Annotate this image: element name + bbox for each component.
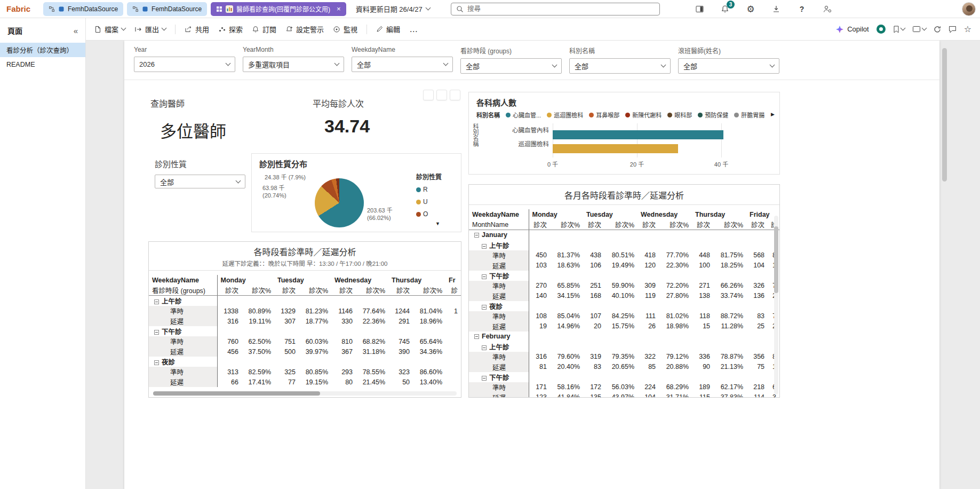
horizontal-scrollbar[interactable]	[153, 391, 457, 396]
workspace-tab-0[interactable]: FemhDataSource	[43, 2, 123, 16]
y-axis-label: 科別名稱	[471, 123, 480, 157]
collapse-icon[interactable]	[482, 274, 487, 279]
toolbar-export-button[interactable]: 匯出	[134, 24, 166, 34]
legend-item[interactable]: 耳鼻喉部	[589, 111, 619, 119]
page-scrollbar[interactable]	[942, 45, 947, 485]
vertical-scrollbar[interactable]	[774, 216, 778, 395]
download-icon[interactable]	[770, 3, 782, 15]
toolbar-label: 編輯	[386, 24, 400, 34]
collapse-sidebar-icon[interactable]: «	[74, 26, 78, 35]
monthly-matrix: WeekdayNameMondayTuesdayWednesdayThursda…	[469, 209, 779, 398]
bookmark-button[interactable]	[893, 26, 905, 33]
kpi-card-doctor[interactable]: 查詢醫師 多位醫師	[144, 94, 304, 153]
collapse-icon[interactable]	[154, 360, 159, 365]
legend-item[interactable]: 眼科部	[667, 111, 692, 119]
legend-item-U[interactable]: U	[416, 198, 442, 206]
nature-dropdown[interactable]: 全部	[155, 175, 245, 188]
filter-dropdown[interactable]: 全部	[569, 58, 671, 74]
pie-chart-visual[interactable]: 診別性質分布 24.38 千 (7.9%) 63.98 千 (20.74%) 2…	[251, 153, 461, 232]
pie-chart[interactable]	[315, 178, 364, 227]
group-row[interactable]: 上午診	[149, 296, 461, 306]
collapse-icon[interactable]	[482, 244, 487, 249]
legend-dot	[547, 113, 552, 117]
side-panel-icon[interactable]	[694, 3, 705, 15]
collapse-icon[interactable]	[482, 376, 487, 381]
toolbar-explore-button[interactable]: 探索	[218, 24, 243, 34]
legend-scroll-down-icon[interactable]: ▼	[435, 221, 440, 226]
visual-header-tile[interactable]	[450, 90, 460, 100]
filter-dropdown[interactable]: 全部	[460, 58, 562, 74]
data-row: 延遲6617.41%7719.15%8021.45%5013.40%	[149, 377, 461, 387]
comment-icon	[949, 26, 957, 33]
copilot-button[interactable]: Copilot	[835, 25, 869, 34]
comments-button[interactable]	[949, 26, 957, 33]
avatar[interactable]	[962, 2, 976, 16]
toolbar-alert-button[interactable]: 設定警示	[285, 24, 324, 34]
filter-dropdown[interactable]: 2026	[134, 57, 235, 72]
bar-chart-visual[interactable]: 各科病人數 科別名稱 心臟血管... 巡迴團檢科 耳鼻喉部 新陳代謝科 眼科部 …	[468, 92, 780, 175]
user-settings-icon[interactable]	[822, 3, 833, 15]
kpi-card-average[interactable]: 平均每診人次 34.74	[309, 94, 461, 153]
monthly-matrix-visual[interactable]: 各月各時段看診準時／延遲分析 WeekdayNameMondayTuesdayW…	[468, 184, 780, 398]
view-mode-button[interactable]	[912, 26, 926, 33]
collapse-icon[interactable]	[482, 345, 487, 350]
bar-0[interactable]	[553, 130, 723, 139]
group-row[interactable]: 下午診	[469, 372, 779, 382]
search-input[interactable]	[467, 5, 655, 13]
group-row[interactable]: 下午診	[469, 271, 779, 281]
fabric-logo[interactable]: Fabric	[6, 4, 30, 13]
toolbar-subscribe-button[interactable]: 訂閱	[252, 24, 276, 34]
filter-value: 2026	[139, 60, 155, 68]
help-icon[interactable]: ?	[796, 3, 808, 15]
search-box[interactable]	[451, 3, 660, 15]
group-row[interactable]: 上午診	[469, 240, 779, 250]
scrollbar-thumb[interactable]	[153, 391, 320, 396]
data-update-dropdown[interactable]: 資料更新日期 26/4/27	[356, 4, 430, 14]
legend-item[interactable]: 新陳代謝科	[625, 111, 662, 119]
filter-dropdown[interactable]: 全部	[678, 58, 779, 74]
filter-dropdown[interactable]: 多重選取項目	[243, 57, 344, 72]
refresh-button[interactable]	[934, 26, 941, 33]
collapse-icon[interactable]	[154, 330, 159, 335]
bar-1[interactable]	[553, 144, 678, 153]
legend-item[interactable]: 預防保健	[698, 111, 728, 119]
toolbar-file-button[interactable]: 檔案	[94, 24, 125, 34]
scrollbar-thumb[interactable]	[942, 48, 947, 182]
collapse-icon[interactable]	[474, 233, 479, 238]
toolbar-monitor-button[interactable]: 監視	[333, 24, 357, 34]
legend-item[interactable]: 心臟血管...	[506, 111, 541, 119]
legend-item-O[interactable]: O	[416, 210, 442, 218]
sidebar-item-report-page[interactable]: 看診分析（診次查詢）	[0, 43, 85, 57]
scrollbar-thumb[interactable]	[774, 226, 778, 293]
legend-item[interactable]: 肝膽胃腸科	[734, 111, 764, 119]
report-tab-active[interactable]: 醫師看診查詢(回覆門診部公文用) ×	[211, 2, 346, 16]
group-row[interactable]: 夜診	[469, 301, 779, 311]
close-icon[interactable]: ×	[337, 5, 341, 12]
visual-header-tile[interactable]	[436, 90, 447, 100]
toolbar-edit-button[interactable]: 編輯	[376, 24, 400, 34]
legend-item[interactable]: 巡迴團檢科	[547, 111, 583, 119]
group-row[interactable]: 上午診	[469, 342, 779, 352]
favorite-star-icon[interactable]: ☆	[964, 24, 971, 34]
more-options-button[interactable]: …	[409, 25, 418, 34]
collapse-icon[interactable]	[474, 334, 479, 339]
group-row[interactable]: January	[469, 230, 779, 240]
filter-card-1: YearMonth 多重選取項目	[243, 46, 344, 72]
notifications-bell-icon[interactable]: 3	[719, 3, 731, 15]
settings-gear-icon[interactable]: ⚙	[745, 3, 756, 15]
timeslot-matrix-visual[interactable]: 各時段看診準時／延遲分析 延遲下診定義：：晚於以下時間 早：13:30 / 午1…	[148, 241, 461, 398]
chart-title: 診別性質分布	[259, 158, 307, 169]
legend-item-R[interactable]: R	[416, 186, 442, 193]
visual-header-tile[interactable]	[423, 90, 434, 100]
legend-scroll-right-icon[interactable]: ▶	[771, 112, 775, 117]
workspace-tab-1[interactable]: FemhDataSource	[127, 2, 207, 16]
sidebar-item-readme[interactable]: README	[0, 57, 85, 72]
filter-dropdown[interactable]: 全部	[352, 57, 453, 72]
group-row[interactable]: 下午診	[149, 326, 461, 336]
toolbar-share-button[interactable]: 共用	[185, 24, 209, 34]
fabric-copilot-badge-icon[interactable]	[877, 25, 886, 34]
collapse-icon[interactable]	[482, 305, 487, 310]
collapse-icon[interactable]	[154, 299, 159, 304]
group-row[interactable]: 夜診	[149, 357, 461, 367]
group-row[interactable]: February	[469, 332, 779, 342]
